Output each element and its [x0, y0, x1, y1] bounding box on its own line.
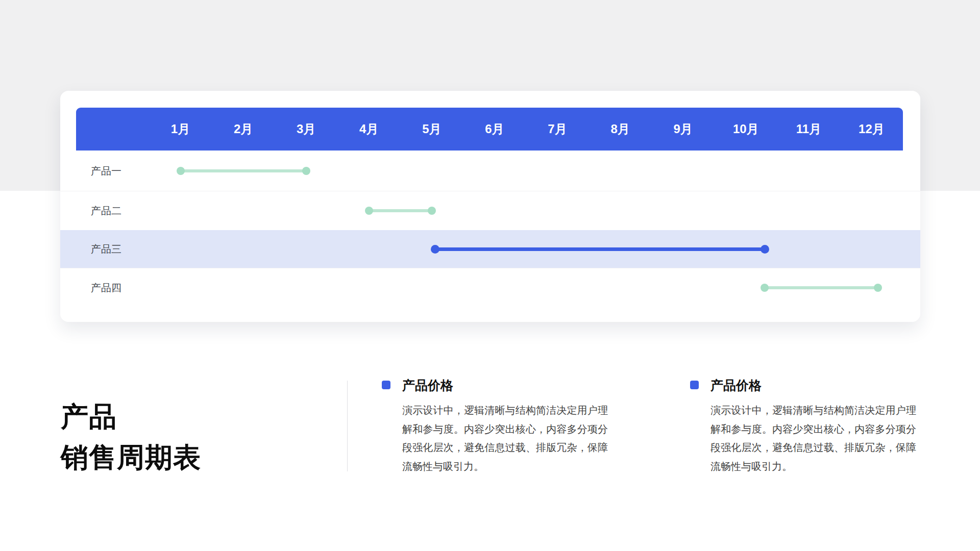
- bullet-square-icon: [382, 381, 390, 389]
- month-label: 1月: [149, 108, 212, 151]
- gantt-row-产品一: 产品一: [60, 151, 920, 191]
- row-label: 产品一: [91, 164, 121, 178]
- text-block-2-header: 产品价格: [690, 378, 921, 393]
- month-label: 2月: [212, 108, 275, 151]
- month-labels: 1月2月3月4月5月6月7月8月9月10月11月12月: [149, 108, 903, 151]
- gantt-card: 1月2月3月4月5月6月7月8月9月10月11月12月 产品一产品二产品三产品四: [60, 91, 920, 322]
- gantt-row-产品三: 产品三: [60, 230, 920, 268]
- gantt-row-产品二: 产品二: [60, 191, 920, 230]
- bar-line: [765, 286, 877, 289]
- page-title-line1: 产品: [61, 401, 117, 432]
- gantt-rows: 产品一产品二产品三产品四: [60, 151, 920, 307]
- month-label: 10月: [715, 108, 777, 151]
- bar-endpoint-dot: [431, 245, 439, 254]
- text-block-2-body: 演示设计中，逻辑清晰与结构简洁决定用户理解和参与度。内容少突出核心，内容多分项分…: [710, 401, 916, 475]
- month-header-spacer: [76, 108, 149, 151]
- bar-endpoint-dot: [761, 284, 769, 292]
- row-label: 产品二: [91, 204, 121, 218]
- text-block-2-heading: 产品价格: [710, 378, 762, 393]
- row-label: 产品三: [91, 242, 121, 256]
- bar-line: [181, 169, 306, 172]
- page-title-line2: 销售周期表: [61, 442, 201, 472]
- bar-endpoint-dot: [428, 207, 436, 215]
- row-label: 产品四: [91, 281, 121, 295]
- page-title: 产品 销售周期表: [61, 396, 201, 478]
- bar-line: [369, 209, 432, 212]
- bar-endpoint-dot: [365, 207, 373, 215]
- bar-line: [435, 247, 765, 251]
- slide: 1月2月3月4月5月6月7月8月9月10月11月12月 产品一产品二产品三产品四…: [0, 0, 980, 551]
- bar-endpoint-dot: [761, 245, 769, 254]
- bullet-square-icon: [690, 381, 699, 389]
- bar-endpoint-dot: [302, 167, 310, 175]
- vertical-divider: [347, 381, 348, 471]
- text-block-1: 产品价格 演示设计中，逻辑清晰与结构简洁决定用户理解和参与度。内容少突出核心，内…: [382, 378, 612, 475]
- month-label: 3月: [275, 108, 337, 151]
- bar-endpoint-dot: [874, 284, 882, 292]
- text-block-1-heading: 产品价格: [402, 378, 453, 393]
- timeline-bar: [365, 191, 436, 230]
- text-block-1-body: 演示设计中，逻辑清晰与结构简洁决定用户理解和参与度。内容少突出核心，内容多分项分…: [402, 401, 608, 475]
- month-label: 7月: [526, 108, 589, 151]
- bar-endpoint-dot: [177, 167, 185, 175]
- text-block-2: 产品价格 演示设计中，逻辑清晰与结构简洁决定用户理解和参与度。内容少突出核心，内…: [690, 378, 921, 475]
- month-label: 6月: [463, 108, 526, 151]
- month-label: 8月: [589, 108, 652, 151]
- month-label: 4月: [337, 108, 400, 151]
- month-label: 5月: [400, 108, 463, 151]
- month-label: 11月: [777, 108, 840, 151]
- month-label: 9月: [652, 108, 715, 151]
- text-block-1-header: 产品价格: [382, 378, 612, 393]
- timeline-bar: [431, 230, 769, 268]
- gantt-month-header: 1月2月3月4月5月6月7月8月9月10月11月12月: [76, 108, 903, 151]
- timeline-bar: [761, 268, 881, 307]
- gantt-row-产品四: 产品四: [60, 268, 920, 307]
- timeline-bar: [177, 151, 310, 191]
- month-label: 12月: [840, 108, 903, 151]
